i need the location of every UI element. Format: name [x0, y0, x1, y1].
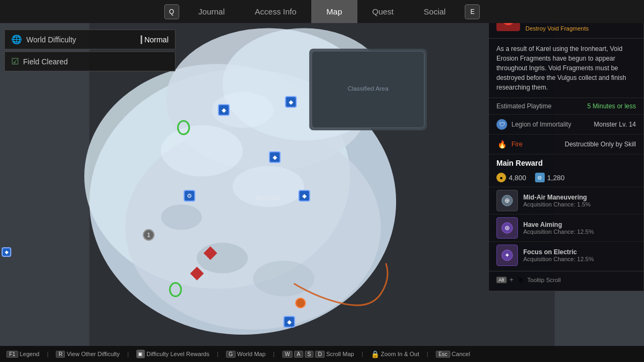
fire-icon: 🔥: [496, 139, 507, 150]
playtime-label: Estimated Playtime: [496, 102, 587, 110]
map-marker-blue-small[interactable]: ◆: [283, 315, 296, 328]
scroll-map-shortcut: W A S D Scroll Map: [282, 351, 354, 358]
map-marker-red-1[interactable]: [204, 247, 217, 260]
gold-coin-icon: ●: [496, 173, 506, 182]
world-difficulty-value: Normal: [141, 35, 169, 44]
view-difficulty-shortcut: R View Other Difficulty: [56, 351, 120, 358]
reward-chance-1: Acquisition Chance: 1.5%: [523, 201, 590, 208]
tooltip-scroll-label: Tooltip Scroll: [528, 277, 561, 283]
a-key: A: [294, 351, 303, 358]
legion-row: 🛡 Legion of Immortality Monster Lv. 14: [489, 115, 643, 135]
world-map-shortcut: G World Map: [226, 351, 266, 358]
journal-key-button[interactable]: Q: [164, 4, 179, 19]
legend-label: Legend: [20, 351, 40, 357]
map-marker-green-2[interactable]: [169, 283, 182, 296]
reward-item-2: ⊕ Have Aiming Acquisition Chance: 12.5%: [489, 214, 643, 241]
reward-icon-1: ⊕: [496, 190, 518, 211]
cancel-shortcut: Esc Cancel: [436, 351, 470, 358]
map-marker-num[interactable]: 1: [142, 228, 155, 241]
f1-key: F1: [6, 351, 18, 358]
mission-subtitle: Destroy Void Fragments: [525, 25, 589, 32]
map-marker-green-1[interactable]: [177, 121, 190, 134]
mission-panel: 🔴 Void Mission Void Fragment Destroy Voi…: [488, 0, 644, 291]
field-cleared-row: ☑ Field Cleared: [4, 51, 175, 71]
legend-shortcut: F1 Legend: [6, 351, 39, 358]
d-key: D: [315, 351, 324, 358]
reward-icon-2: ⊕: [496, 217, 518, 239]
tab-access-info[interactable]: Access Info: [240, 0, 312, 23]
zoom-shortcut: 🔒 Zoom In & Out: [371, 350, 420, 358]
svg-text:⊕: ⊕: [504, 224, 510, 232]
zoom-label: Zoom In & Out: [381, 351, 420, 357]
tab-map[interactable]: Map: [311, 0, 357, 23]
reward-item-3: ✦ Focus on Electric Acquisition Chance: …: [489, 241, 643, 269]
cancel-label: Cancel: [452, 351, 470, 357]
bottom-bar: F1 Legend | R View Other Difficulty | ▣ …: [0, 346, 644, 362]
svg-point-11: [161, 125, 243, 176]
reward-name-1: Mid-Air Maneuvering: [523, 194, 590, 201]
top-navigation: Q Journal Access Info Map Quest Social E: [0, 0, 644, 23]
reward-info-2: Have Aiming Acquisition Chance: 12.5%: [523, 221, 594, 235]
playtime-value: 5 Minutes or less: [587, 102, 636, 110]
legion-icon: 🛡: [496, 119, 507, 130]
r-key: R: [56, 351, 65, 358]
scroll-map-label: Scroll Map: [326, 351, 354, 357]
svg-point-10: [253, 261, 314, 297]
difficulty-rewards-item: ▣ Difficulty Level Rewards: [136, 350, 209, 358]
map-marker-active[interactable]: [294, 297, 307, 309]
alt-key-badge: Alt: [496, 277, 507, 283]
reward-chance-2: Acquisition Chance: 12.5%: [523, 228, 594, 235]
tooltip-scroll-row: Alt + 🖱 Tooltip Scroll: [489, 271, 643, 286]
svg-text:⊕: ⊕: [504, 197, 510, 204]
fire-row: 🔥 Fire Destructible Only by Skill: [489, 135, 643, 154]
map-marker-small[interactable]: ◆: [0, 246, 13, 258]
gold-currency: ● 4,800: [496, 173, 526, 182]
wasd-key: W: [282, 351, 292, 358]
legion-label: Legion of Immortality: [511, 121, 594, 128]
reward-info-3: Focus on Electric Acquisition Chance: 12…: [523, 248, 594, 262]
map-marker-4[interactable]: ◆: [284, 95, 297, 108]
gear-currency: ⚙ 1,280: [535, 173, 565, 182]
svg-text:Rockfall: Rockfall: [255, 195, 281, 202]
gold-amount: 4,800: [509, 174, 526, 182]
nav-tabs: Journal Access Info Map Quest Social: [184, 0, 461, 23]
monster-level: Monster Lv. 14: [594, 121, 636, 128]
map-marker-1[interactable]: ◆: [217, 104, 230, 116]
tab-journal[interactable]: Journal: [184, 0, 240, 23]
map-marker-red-2[interactable]: [191, 267, 203, 280]
tab-quest[interactable]: Quest: [357, 0, 409, 23]
check-icon: ☑: [11, 56, 19, 67]
field-cleared-label: Field Cleared: [23, 57, 68, 66]
scroll-icon: 🖱: [517, 276, 524, 284]
reward-name-2: Have Aiming: [523, 221, 594, 228]
plus-sign: +: [510, 276, 514, 284]
svg-point-8: [161, 204, 202, 230]
zoom-icon: 🔒: [371, 350, 379, 358]
map-marker-3[interactable]: ◆: [298, 189, 311, 202]
mission-description: As a result of Karel using the Ironheart…: [489, 39, 643, 98]
reward-chance-3: Acquisition Chance: 12.5%: [523, 256, 594, 262]
s-key: S: [305, 351, 314, 358]
reward-currency-row: ● 4,800 ⚙ 1,280: [489, 171, 643, 187]
fire-label: Fire: [511, 141, 565, 148]
map-marker-gear[interactable]: ⚙: [183, 189, 196, 202]
world-difficulty-label: World Difficulty: [26, 35, 136, 44]
gear-amount: 1,280: [547, 174, 565, 182]
reward-info-1: Mid-Air Maneuvering Acquisition Chance: …: [523, 194, 590, 208]
social-key-button[interactable]: E: [465, 4, 480, 19]
world-difficulty-row: 🌐 World Difficulty Normal: [4, 29, 175, 49]
svg-text:Classified Area: Classified Area: [348, 85, 389, 92]
tab-social[interactable]: Social: [409, 0, 461, 23]
map-marker-2[interactable]: ◆: [268, 151, 281, 164]
world-difficulty-icon: 🌐: [11, 34, 22, 45]
gamepad-btn-icon: ▣: [136, 350, 145, 358]
reward-item-1: ⊕ Mid-Air Maneuvering Acquisition Chance…: [489, 187, 643, 214]
reward-icon-3: ✦: [496, 245, 518, 266]
esc-key: Esc: [436, 351, 450, 358]
svg-text:✦: ✦: [504, 252, 510, 259]
world-map-label: World Map: [237, 351, 266, 357]
view-difficulty-label: View Other Difficulty: [67, 351, 120, 357]
difficulty-rewards-label: Difficulty Level Rewards: [147, 351, 209, 357]
estimated-playtime-row: Estimated Playtime 5 Minutes or less: [489, 98, 643, 115]
reward-name-3: Focus on Electric: [523, 248, 594, 256]
